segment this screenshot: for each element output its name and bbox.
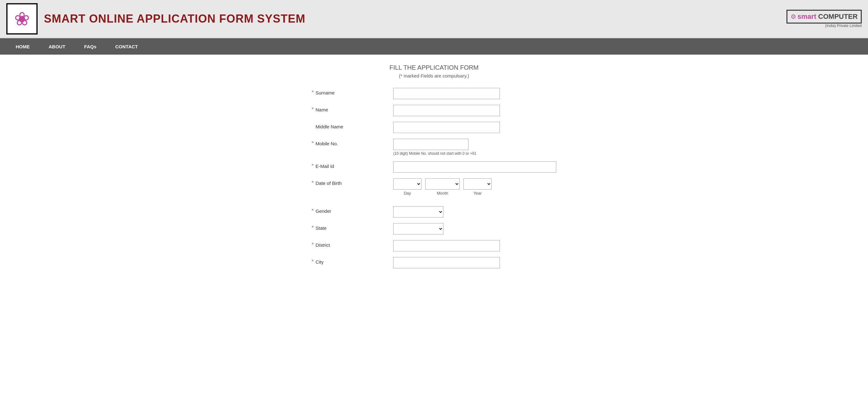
- state-label-container: * State: [312, 223, 393, 231]
- email-input[interactable]: [393, 161, 556, 173]
- email-row: * E-Mail Id: [312, 161, 575, 173]
- dob-day-group: 12345 678910 1112131415 1617181920 21222…: [393, 178, 422, 196]
- nav-about[interactable]: ABOUT: [39, 38, 74, 55]
- gender-select[interactable]: Male Female Other: [393, 206, 443, 218]
- nav-faqs[interactable]: FAQs: [74, 38, 106, 55]
- mobile-hint: (10 digit) Mobile No. should not start w…: [393, 151, 575, 156]
- city-field: [393, 257, 575, 268]
- district-required-star: *: [312, 242, 314, 248]
- district-row: * District: [312, 240, 575, 251]
- city-label: City: [315, 259, 323, 265]
- state-field: Andhra Pradesh Maharashtra Karnataka Tam…: [393, 223, 575, 234]
- mobile-row: * Mobile No. (10 digit) Mobile No. shoul…: [312, 139, 575, 156]
- main-navbar: HOME ABOUT FAQs CONTACT: [0, 38, 868, 55]
- surname-label-container: * Surname: [312, 88, 393, 95]
- mobile-field: (10 digit) Mobile No. should not start w…: [393, 139, 575, 156]
- form-subtitle: (* marked Fields are compulsary.): [6, 73, 862, 79]
- district-field: [393, 240, 575, 251]
- nav-home[interactable]: HOME: [6, 38, 39, 55]
- state-label: State: [315, 225, 327, 231]
- company-subtitle: (India) Private Limited: [825, 24, 862, 28]
- email-field-container: [393, 161, 575, 173]
- district-label-container: * District: [312, 240, 393, 248]
- dob-month-group: JanuaryFebruaryMarch AprilMayJune JulyAu…: [425, 178, 460, 196]
- form-header: FILL THE APPLICATION FORM (* marked Fiel…: [6, 64, 862, 79]
- email-label-container: * E-Mail Id: [312, 161, 393, 169]
- middle-name-input[interactable]: [393, 122, 500, 133]
- dob-month-label: Month: [437, 191, 448, 196]
- dob-day-select[interactable]: 12345 678910 1112131415 1617181920 21222…: [393, 178, 422, 190]
- gender-row: * Gender Male Female Other: [312, 206, 575, 218]
- gender-field: Male Female Other: [393, 206, 575, 218]
- company-name: smart COMPUTER: [798, 12, 858, 21]
- middle-name-label-container: * Middle Name: [312, 122, 393, 129]
- surname-required-star: *: [312, 90, 314, 95]
- dob-year-select[interactable]: 2005200420032002 2001200019991998 199719…: [463, 178, 492, 190]
- mobile-input[interactable]: [393, 139, 468, 150]
- city-label-container: * City: [312, 257, 393, 265]
- middle-name-row: * Middle Name: [312, 122, 575, 133]
- city-row: * City: [312, 257, 575, 268]
- middle-name-field: [393, 122, 575, 133]
- dob-year-group: 2005200420032002 2001200019991998 199719…: [463, 178, 492, 196]
- surname-row: * Surname: [312, 88, 575, 99]
- dob-label: Date of Birth: [315, 180, 341, 186]
- email-label: E-Mail Id: [315, 164, 334, 169]
- site-header: ❀ SMART ONLINE APPLICATION FORM SYSTEM ⚙…: [0, 0, 868, 38]
- dob-label-container: * Date of Birth: [312, 178, 393, 186]
- header-left: ❀ SMART ONLINE APPLICATION FORM SYSTEM: [6, 3, 305, 34]
- city-required-star: *: [312, 259, 314, 265]
- smart-logo-box: ⚙ smart COMPUTER: [786, 10, 862, 24]
- surname-input[interactable]: [393, 88, 500, 99]
- name-row: * Name: [312, 105, 575, 116]
- dob-container: 12345 678910 1112131415 1617181920 21222…: [393, 178, 575, 196]
- form-title: FILL THE APPLICATION FORM: [6, 64, 862, 71]
- name-input[interactable]: [393, 105, 500, 116]
- middle-name-label: Middle Name: [315, 124, 343, 129]
- dob-required-star: *: [312, 180, 314, 186]
- flower-logo-icon: ❀: [14, 8, 30, 30]
- district-input[interactable]: [393, 240, 500, 251]
- name-label: Name: [315, 107, 328, 112]
- smart-logo: ⚙ smart COMPUTER (India) Private Limited: [786, 10, 862, 28]
- surname-label: Surname: [315, 90, 335, 95]
- nav-contact[interactable]: CONTACT: [106, 38, 147, 55]
- site-title: SMART ONLINE APPLICATION FORM SYSTEM: [44, 12, 305, 25]
- logo-box: ❀: [6, 3, 38, 34]
- main-content: FILL THE APPLICATION FORM (* marked Fiel…: [0, 55, 868, 403]
- gear-icon: ⚙: [790, 13, 796, 20]
- dob-field: 12345 678910 1112131415 1617181920 21222…: [393, 178, 575, 196]
- email-required-star: *: [312, 163, 314, 169]
- state-required-star: *: [312, 225, 314, 231]
- gender-label: Gender: [315, 208, 331, 214]
- gender-label-container: * Gender: [312, 206, 393, 214]
- dob-month-select[interactable]: JanuaryFebruaryMarch AprilMayJune JulyAu…: [425, 178, 460, 190]
- state-select[interactable]: Andhra Pradesh Maharashtra Karnataka Tam…: [393, 223, 443, 234]
- name-label-container: * Name: [312, 105, 393, 112]
- dob-row: * Date of Birth 12345 678910 1112131415 …: [312, 178, 575, 196]
- name-required-star: *: [312, 107, 314, 112]
- surname-field: [393, 88, 575, 99]
- gender-required-star: *: [312, 208, 314, 214]
- mobile-label: Mobile No.: [315, 141, 338, 146]
- application-form: * Surname * Name * Middle Name: [293, 88, 575, 268]
- state-row: * State Andhra Pradesh Maharashtra Karna…: [312, 223, 575, 234]
- city-input[interactable]: [393, 257, 500, 268]
- name-field: [393, 105, 575, 116]
- mobile-label-container: * Mobile No.: [312, 139, 393, 146]
- company-smart: smart: [798, 12, 818, 20]
- mobile-required-star: *: [312, 141, 314, 146]
- company-branding: ⚙ smart COMPUTER (India) Private Limited: [786, 10, 862, 28]
- district-label: District: [315, 242, 330, 248]
- dob-year-label: Year: [473, 191, 482, 196]
- dob-day-label: Day: [404, 191, 411, 196]
